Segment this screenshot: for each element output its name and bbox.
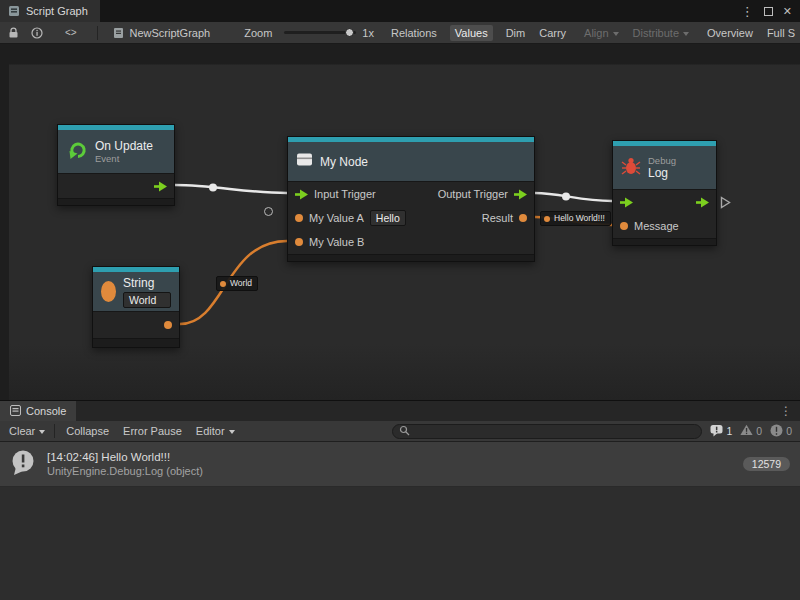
clear-button[interactable]: Clear [4,423,50,439]
warning-count-toggle[interactable]: 0 [740,424,762,438]
node-title: Log [648,166,676,180]
flow-continue-indicator [720,196,731,209]
trigger-output-port[interactable] [154,181,167,192]
wire-mynode-to-debuglog[interactable] [535,193,612,201]
flow-arrow-icon [154,181,167,192]
port-my-value-b[interactable]: My Value B [309,236,364,248]
search-icon [399,425,410,438]
graph-name[interactable]: NewScriptGraph [129,27,210,39]
value-port-icon[interactable] [295,238,303,246]
value-dot-icon [544,216,550,222]
bug-icon [621,156,641,179]
graph-toolbar: <> NewScriptGraph Zoom 1x Relations Valu… [0,22,800,44]
graph-asset-icon [113,27,124,39]
warning-count: 0 [756,425,762,437]
node-category: Debug [648,155,676,166]
console-icon [10,405,21,418]
port-result[interactable]: Result [482,212,513,224]
search-input[interactable] [414,426,695,437]
wire-onupdate-to-mynode[interactable] [175,185,287,193]
wire-value-text: World [230,278,252,288]
wire-flow-dot [562,193,570,201]
zoom-slider[interactable] [284,31,356,34]
value-port-icon[interactable] [164,321,172,329]
port-input-trigger[interactable]: Input Trigger [314,188,376,200]
node-footer [93,338,179,347]
node-footer [613,238,716,245]
node-title: On Update [95,139,153,153]
error-icon [770,424,783,439]
editor-dropdown[interactable]: Editor [191,423,240,439]
event-icon [66,139,88,165]
chevron-down-icon [39,430,45,434]
align-button[interactable]: Align [579,25,623,41]
info-icon[interactable] [31,27,43,39]
flow-arrow-icon[interactable] [514,189,527,200]
port-my-value-a[interactable]: My Value A [309,212,364,224]
overview-button[interactable]: Overview [702,25,758,41]
full-screen-button[interactable]: Full S [762,25,800,41]
node-title: String [123,276,171,290]
tab-console[interactable]: Console [0,401,76,421]
unity-editor-window: Script Graph ⋮ ✕ <> NewScriptGraph Zoom … [0,0,800,600]
editor-label: Editor [196,425,225,437]
info-bubble-icon [710,424,723,439]
zoom-slider-thumb[interactable] [345,28,354,37]
relations-button[interactable]: Relations [386,25,442,41]
graph-canvas[interactable]: World Hello World!!! On Update Event [0,44,800,400]
lock-icon[interactable] [8,27,19,39]
distribute-button[interactable]: Distribute [628,25,694,41]
collapse-count-badge: 12579 [743,457,790,471]
distribute-label: Distribute [633,27,679,39]
separator [97,26,98,40]
node-string[interactable]: String World [92,266,180,348]
kebab-menu-icon[interactable]: ⋮ [780,404,800,418]
value-port-icon[interactable] [620,222,628,230]
chevron-down-icon [683,32,689,36]
window-titlebar: Script Graph ⋮ ✕ [0,0,800,22]
node-title: My Node [320,155,368,169]
info-count-toggle[interactable]: 1 [710,424,732,439]
flow-arrow-icon[interactable] [696,197,709,208]
zoom-label: Zoom [244,27,272,39]
log-entry[interactable]: [14:02:46] Hello World!!! UnityEngine.De… [0,442,800,487]
wire-value-text: Hello World!!! [554,213,605,223]
console-search[interactable] [392,424,702,439]
value-port-icon[interactable] [519,214,527,222]
value-port-icon[interactable] [295,214,303,222]
node-debug-log[interactable]: Debug Log Message [612,140,717,246]
dim-button[interactable]: Dim [501,25,531,41]
values-button[interactable]: Values [450,25,493,41]
error-pause-button[interactable]: Error Pause [118,423,187,439]
node-footer [288,254,534,261]
error-count: 0 [786,425,792,437]
carry-button[interactable]: Carry [534,25,571,41]
node-on-update[interactable]: On Update Event [57,124,175,206]
port-output-trigger[interactable]: Output Trigger [438,188,508,200]
unconnected-port-indicator[interactable] [264,207,273,216]
log-message: [14:02:46] Hello World!!! [47,451,203,463]
my-value-a-input[interactable]: Hello [370,210,406,226]
console-panel: Console ⋮ Clear Collapse Error Pause Edi… [0,400,800,600]
info-count: 1 [726,425,732,437]
node-my-node[interactable]: My Node Input Trigger Output Trigger My … [287,136,535,262]
maximize-icon[interactable] [764,7,773,16]
wire-flow-dot [209,184,217,192]
string-value-input[interactable]: World [123,292,171,308]
close-icon[interactable]: ✕ [783,5,792,18]
error-count-toggle[interactable]: 0 [770,424,792,439]
kebab-menu-icon[interactable]: ⋮ [741,4,754,19]
chevron-down-icon [613,32,619,36]
script-graph-icon [8,5,20,17]
console-toolbar: Clear Collapse Error Pause Editor 1 [0,421,800,442]
flow-arrow-icon[interactable] [620,197,633,208]
console-log-list: [14:02:46] Hello World!!! UnityEngine.De… [0,442,800,600]
collapse-button[interactable]: Collapse [61,423,114,439]
warning-icon [740,424,753,438]
chevron-down-icon [229,430,235,434]
wire-value-hello-world: Hello World!!! [540,211,611,226]
tab-script-graph[interactable]: Script Graph [0,0,100,22]
port-message[interactable]: Message [634,220,679,232]
code-view-icon[interactable]: <> [65,27,77,38]
flow-arrow-icon[interactable] [295,189,308,200]
